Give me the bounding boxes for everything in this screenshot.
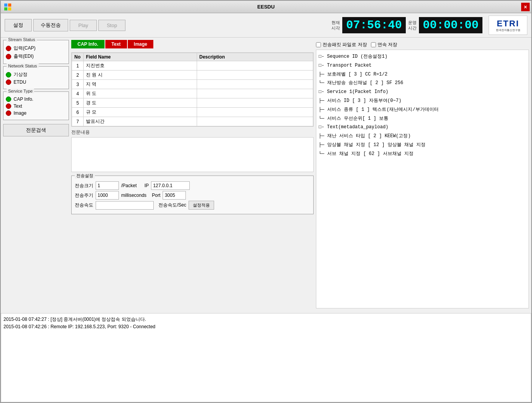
cell-desc <box>197 108 313 117</box>
table-row: 5경 도 <box>72 98 313 108</box>
main-content: Stream Status 입력(CAP) 출력(EDI) Network St… <box>1 38 531 311</box>
cell-no: 7 <box>72 117 84 126</box>
stream-output-row: 출력(EDI) <box>6 53 66 60</box>
current-time-label: 현재시각 <box>331 20 340 31</box>
continuous-save-label: 연속 저장 <box>378 41 397 48</box>
close-button[interactable]: × <box>521 3 530 11</box>
network-status-group: Network Status 기상정 ETDU <box>3 66 69 89</box>
cell-no: 1 <box>72 61 84 71</box>
trans-size-unit: /Packet <box>121 183 137 188</box>
network-item2-row: ETDU <box>6 79 66 85</box>
cell-field: 발표시간 <box>84 117 197 126</box>
cell-desc <box>197 80 313 89</box>
svg-rect-2 <box>4 7 7 10</box>
trans-port-label: Port <box>152 193 160 198</box>
svg-rect-0 <box>4 3 7 7</box>
cell-no: 4 <box>72 89 84 98</box>
network-item1-indicator <box>6 72 11 78</box>
cell-field: 지 역 <box>84 80 197 89</box>
cell-no: 5 <box>72 98 84 108</box>
main-window: EESDU × 설정 수동전송 Play Stop 현재시각 07:56:40 … <box>0 0 532 403</box>
stream-input-indicator <box>6 46 11 51</box>
table-row: 4위 도 <box>72 89 313 98</box>
tree-item: □- Transport Packet <box>319 61 526 70</box>
title-bar: EESDU × <box>1 1 531 13</box>
tree-item: □- Text(metadata_payload) <box>319 123 526 132</box>
service-type-title: Service Type <box>7 89 34 93</box>
trans-speed-row: 전송속도 전송속도/Sec 설정적용 <box>75 201 310 210</box>
trans-size-row: 전송크기 /Packet IP <box>75 181 310 190</box>
tree-item: □- Sequence ID (전송설정1) <box>319 52 526 61</box>
cell-desc <box>197 89 313 98</box>
continuous-save-checkbox[interactable] <box>371 42 376 47</box>
play-button[interactable]: Play <box>70 20 97 31</box>
etri-text: ETRI <box>497 19 519 29</box>
service-image-indicator <box>6 110 11 116</box>
stream-status-title: Stream Status <box>7 38 37 42</box>
window-title: EESDU <box>257 4 275 10</box>
trans-period-unit: milliseconds <box>121 193 146 198</box>
left-panel: Stream Status 입력(CAP) 출력(EDI) Network St… <box>3 40 69 308</box>
tab-text[interactable]: Text <box>105 40 127 48</box>
content-textarea[interactable] <box>71 137 314 172</box>
app-icon <box>4 3 12 11</box>
cell-desc <box>197 71 313 80</box>
apply-button[interactable]: 설정적용 <box>189 201 214 210</box>
manual-send-button[interactable]: 수동전송 <box>33 19 68 31</box>
tree-item: ├─ 보호레벨 [ 3 ] CC R=1/2 <box>319 70 526 79</box>
network-item2-label: ETDU <box>14 79 26 85</box>
network-status-title: Network Status <box>7 64 39 68</box>
toolbar: 설정 수동전송 Play Stop 현재시각 07:56:40 운영시간 00:… <box>1 13 531 38</box>
search-button[interactable]: 전문검색 <box>3 124 69 136</box>
cell-field: 규 모 <box>84 108 197 117</box>
trans-speed-input[interactable] <box>96 201 154 210</box>
cell-desc <box>197 61 313 71</box>
service-cap-label: CAP Info. <box>14 96 33 102</box>
trans-period-input[interactable] <box>96 191 119 200</box>
service-text-label: Text <box>14 103 22 109</box>
tree-item: □- Service 1(Packet Info) <box>319 88 526 96</box>
tree-item: ├─ 서비스 종류 [ 1 ] 텍스트(재난메시지/부가데이터 <box>319 105 526 114</box>
trans-size-input[interactable] <box>96 181 119 190</box>
tree-item: └─ 서비스 우선순위[ 1 ] 보통 <box>319 114 526 123</box>
tree-item: └─ 재난방송 송신채널 [ 2 ] SF 256 <box>319 79 526 88</box>
etri-logo: ETRI 한국전자통신연구원 <box>489 16 527 35</box>
cell-field: 경 도 <box>84 98 197 108</box>
trans-port-input[interactable] <box>163 191 186 200</box>
run-time-display: 00:00:00 <box>419 17 482 33</box>
table-row: 2진 원 시 <box>72 71 313 80</box>
content-label: 전문내용 <box>71 129 314 136</box>
cell-desc <box>197 117 313 126</box>
save-packet-checkbox-label[interactable]: 전송패킷 파일로 저장 <box>316 41 367 48</box>
cell-desc <box>197 98 313 108</box>
tree-item: ├─ 서비스 ID [ 3 ] 자동부여(0~7) <box>319 96 526 105</box>
cell-field: 지진번호 <box>84 61 197 71</box>
stream-status-group: Stream Status 입력(CAP) 출력(EDI) <box>3 40 69 64</box>
cell-no: 2 <box>72 71 84 80</box>
service-image-row: Image <box>6 110 66 116</box>
save-packet-checkbox[interactable] <box>316 42 321 47</box>
trans-speed-label: 전송속도 <box>75 202 93 208</box>
trans-period-label: 전송주기 <box>75 192 93 199</box>
time-section: 현재시각 07:56:40 운영시간 00:00:00 ETRI 한국전자통신연… <box>331 16 527 35</box>
network-item1-row: 기상정 <box>6 71 66 78</box>
settings-button[interactable]: 설정 <box>5 19 32 31</box>
stop-button[interactable]: Stop <box>98 20 125 31</box>
continuous-save-checkbox-label[interactable]: 연속 저장 <box>371 41 397 48</box>
cell-field: 위 도 <box>84 89 197 98</box>
stream-input-label: 입력(CAP) <box>14 45 36 52</box>
run-time-label: 운영시간 <box>408 20 417 31</box>
tab-cap-info[interactable]: CAP Info. <box>71 40 105 48</box>
col-header-no: No <box>72 53 84 61</box>
network-item1-label: 기상정 <box>14 71 27 78</box>
cap-table-container: No Field Name Description 1지진번호2진 원 시3지 … <box>71 52 314 127</box>
current-time-display: 07:56:40 <box>342 17 406 33</box>
tab-image[interactable]: Image <box>128 40 154 48</box>
right-top: 전송패킷 파일로 저장 연속 저장 <box>316 40 529 50</box>
col-header-field: Field Name <box>84 53 197 61</box>
cell-field: 진 원 시 <box>84 71 197 80</box>
trans-ip-input[interactable] <box>151 181 190 190</box>
right-panel: 전송패킷 파일로 저장 연속 저장 □- Sequence ID (전송설정1)… <box>316 40 529 308</box>
tree-item: ├─ 재난 서비스 타입 [ 2 ] KEEW(고정) <box>319 132 526 141</box>
stream-output-label: 출력(EDI) <box>14 53 34 60</box>
